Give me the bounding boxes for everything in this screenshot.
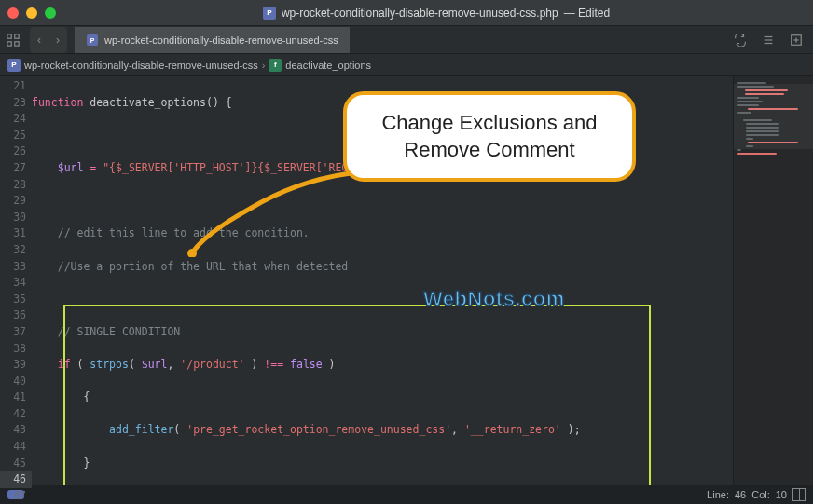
line-number-gutter: 21 23 24 25 26 27 28 29 30 31 32 33 34 3… xyxy=(0,76,32,485)
line-number[interactable]: 33 xyxy=(0,259,32,276)
php-file-icon: P xyxy=(7,59,21,72)
svg-rect-3 xyxy=(15,41,19,45)
line-number[interactable]: 21 xyxy=(0,78,32,95)
tab-label: wp-rocket-conditionally-disable-remove-u… xyxy=(104,34,338,46)
line-number[interactable]: 46 xyxy=(0,471,32,488)
toolbar: ‹ › P wp-rocket-conditionally-disable-re… xyxy=(0,26,813,54)
status-line-value[interactable]: 46 xyxy=(735,489,746,500)
status-col-label: Col: xyxy=(751,489,770,500)
line-number[interactable]: 32 xyxy=(0,242,32,259)
line-number[interactable]: 30 xyxy=(0,210,32,226)
minimap-viewport[interactable] xyxy=(734,84,813,149)
minimize-button[interactable] xyxy=(26,7,37,19)
callout-line1: Change Exclusions and xyxy=(381,111,597,134)
title-filename: wp-rocket-conditionally-disable-remove-u… xyxy=(282,7,558,20)
line-number[interactable]: 29 xyxy=(0,193,32,210)
breadcrumb-function[interactable]: deactivate_options xyxy=(285,60,371,71)
svg-rect-2 xyxy=(7,41,11,45)
svg-rect-1 xyxy=(15,34,19,37)
close-button[interactable] xyxy=(7,7,19,19)
line-number[interactable]: 27 xyxy=(0,160,32,177)
nav-forward-button[interactable]: › xyxy=(48,27,67,53)
window-controls xyxy=(7,7,56,19)
nav-back-button[interactable]: ‹ xyxy=(30,27,48,53)
line-number[interactable]: 25 xyxy=(0,128,32,144)
function-icon: f xyxy=(269,59,282,72)
sync-icon[interactable] xyxy=(727,27,753,53)
line-number[interactable]: 44 xyxy=(0,439,32,456)
status-line-label: Line: xyxy=(707,489,729,500)
line-number[interactable]: 38 xyxy=(0,341,32,358)
layout-icon[interactable] xyxy=(792,488,806,501)
grid-icon[interactable] xyxy=(0,27,26,53)
line-number[interactable]: 24 xyxy=(0,111,32,128)
breadcrumb-file[interactable]: wp-rocket-conditionally-disable-remove-u… xyxy=(24,60,258,71)
status-col-value[interactable]: 10 xyxy=(776,489,787,500)
annotation-callout: Change Exclusions and Remove Comment xyxy=(343,91,636,182)
line-number[interactable]: 26 xyxy=(0,143,32,160)
breadcrumb-separator: › xyxy=(262,60,266,71)
line-number[interactable]: 42 xyxy=(0,406,32,423)
line-number[interactable]: 47 xyxy=(0,488,32,504)
line-number[interactable]: 39 xyxy=(0,357,32,374)
editor-window: P wp-rocket-conditionally-disable-remove… xyxy=(0,0,813,504)
tab-file[interactable]: P wp-rocket-conditionally-disable-remove… xyxy=(75,27,350,53)
line-number[interactable]: 28 xyxy=(0,177,32,194)
line-number[interactable]: 23 xyxy=(0,95,32,112)
line-number[interactable]: 45 xyxy=(0,456,32,472)
line-number[interactable]: 35 xyxy=(0,292,32,308)
list-icon[interactable] xyxy=(755,27,781,53)
line-number[interactable]: 34 xyxy=(0,275,32,292)
breadcrumb: P wp-rocket-conditionally-disable-remove… xyxy=(0,54,813,76)
php-file-icon: P xyxy=(87,34,98,46)
line-number[interactable]: 31 xyxy=(0,225,32,242)
statusbar: Line: 46 Col: 10 xyxy=(0,485,813,504)
line-number[interactable]: 43 xyxy=(0,422,32,439)
line-number[interactable]: 37 xyxy=(0,324,32,341)
add-panel-icon[interactable] xyxy=(783,27,809,53)
line-number[interactable]: 36 xyxy=(0,307,32,324)
window-title: P wp-rocket-conditionally-disable-remove… xyxy=(67,7,806,20)
callout-line2: Remove Comment xyxy=(404,138,574,161)
title-edited: — Edited xyxy=(564,7,610,20)
titlebar: P wp-rocket-conditionally-disable-remove… xyxy=(0,0,813,26)
watermark: WebNots.com xyxy=(423,287,565,311)
svg-rect-0 xyxy=(7,34,11,37)
line-number[interactable]: 41 xyxy=(0,389,32,406)
php-file-icon: P xyxy=(263,7,276,20)
maximize-button[interactable] xyxy=(45,7,56,19)
minimap[interactable] xyxy=(733,76,813,485)
line-number[interactable]: 40 xyxy=(0,374,32,390)
